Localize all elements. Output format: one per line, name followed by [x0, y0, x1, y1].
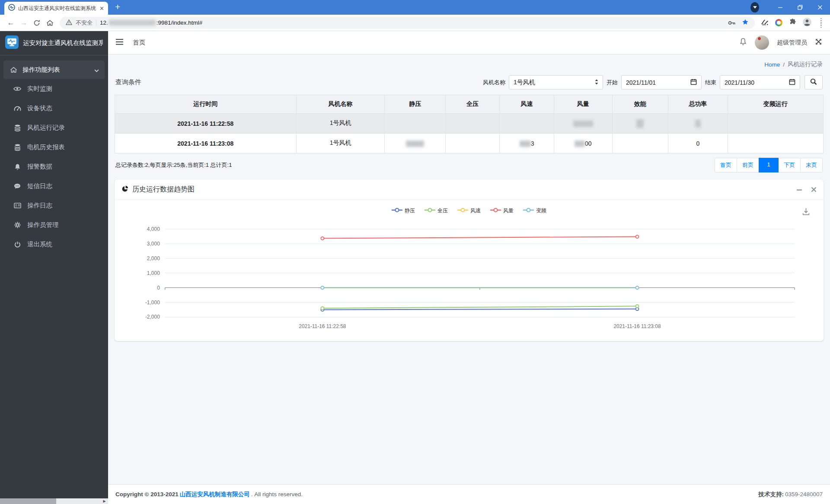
search-button[interactable]	[804, 75, 823, 89]
forward-button[interactable]: →	[17, 16, 30, 29]
browser-profile-chevron[interactable]	[750, 0, 770, 15]
table-cell: 2021-11-16 11:23:08	[115, 134, 297, 153]
page-button-前页[interactable]: 前页	[737, 158, 759, 172]
redacted-value	[573, 121, 593, 127]
start-date-label: 开始	[607, 79, 618, 86]
pagination: 首页前页1下页末页	[715, 158, 823, 172]
company-link[interactable]: 山西运安风机制造有限公司	[180, 491, 250, 498]
browser-profile-avatar-icon[interactable]	[803, 18, 811, 28]
panel-close-icon[interactable]	[811, 187, 817, 192]
sidebar-item-alarm-data[interactable]: 报警数据	[3, 157, 105, 176]
scrollbar-thumb[interactable]	[0, 498, 56, 504]
window-restore-button[interactable]	[790, 0, 810, 15]
table-row[interactable]: 2021-11-16 11:23:081号风机3000	[115, 134, 824, 153]
sidebar: 运安对旋主通风机在线监测系统 操作功能列表 实时监测设备状态风机运行记录电机历史…	[0, 31, 108, 504]
sidebar-item-device-status[interactable]: 设备状态	[3, 99, 105, 118]
fan-select[interactable]: 1号风机	[509, 75, 603, 89]
column-header: 静压	[385, 95, 446, 114]
password-key-icon[interactable]	[728, 19, 736, 27]
sidebar-item-label: 风机运行记录	[27, 124, 65, 132]
legend-marker-icon	[457, 207, 468, 214]
notifications-bell-icon[interactable]	[739, 38, 747, 48]
bookmark-star-icon[interactable]	[742, 19, 749, 27]
column-header: 运行时间	[115, 95, 297, 114]
browser-home-button[interactable]	[43, 16, 56, 29]
sidebar-item-fan-run-record[interactable]: 风机运行记录	[3, 118, 105, 137]
tab-close-icon[interactable]: ✕	[99, 6, 104, 11]
breadcrumb-home-link[interactable]: Home	[764, 61, 780, 68]
reload-button[interactable]	[30, 16, 43, 29]
table-cell	[385, 114, 446, 134]
start-date-input[interactable]: 2021/11/01	[621, 75, 702, 89]
sidebar-item-realtime[interactable]: 实时监测	[3, 79, 105, 99]
user-avatar[interactable]	[755, 35, 769, 50]
gauge-icon	[13, 105, 22, 111]
page-button-末页[interactable]: 末页	[800, 158, 823, 172]
security-label: 不安全	[76, 19, 93, 27]
table-row[interactable]: 2021-11-16 11:22:581号风机	[115, 114, 824, 134]
table-cell	[446, 114, 500, 134]
panel-minimize-icon[interactable]	[796, 187, 802, 193]
table-cell: 1号风机	[296, 114, 385, 134]
legend-item-全压[interactable]: 全压	[425, 207, 448, 214]
colorwheel-extension-icon[interactable]	[775, 19, 782, 26]
nav-link-home[interactable]: 首页	[133, 38, 145, 47]
new-tab-button[interactable]: +	[115, 2, 120, 12]
column-header: 风速	[499, 95, 554, 114]
fullscreen-expand-icon[interactable]	[815, 38, 822, 47]
trend-line-chart[interactable]: 4,0003,0002,0001,0000-1,000-2,0002021-11…	[124, 220, 814, 335]
sidebar-item-operator-manage[interactable]: 操作员管理	[3, 215, 105, 235]
sidebar-item-logout[interactable]: 退出系统	[3, 235, 105, 254]
address-bar[interactable]: 不安全 12. :9981/index.html#	[60, 17, 755, 29]
scrollbar-right-arrow[interactable]: ▶	[101, 498, 108, 504]
calendar-icon[interactable]	[690, 79, 697, 86]
sidebar-item-sms-log[interactable]: 短信日志	[3, 176, 105, 196]
svg-text:en: en	[763, 22, 766, 26]
legend-marker-icon	[392, 207, 402, 214]
security-warning-icon	[66, 19, 72, 27]
back-button[interactable]: ←	[4, 16, 17, 29]
svg-text:0: 0	[157, 285, 160, 291]
legend-item-风量[interactable]: 风量	[490, 207, 514, 214]
breadcrumb: Home / 风机运行记录	[115, 59, 824, 73]
browser-menu-icon[interactable]: ⋮⋮⋮	[818, 19, 820, 26]
browser-tab[interactable]: 山西运安主通风实时在线监测系统 ✕	[4, 2, 108, 15]
user-name[interactable]: 超级管理员	[777, 39, 807, 47]
page-button-下页[interactable]: 下页	[778, 158, 801, 172]
sidebar-section-operations[interactable]: 操作功能列表	[3, 61, 105, 79]
sidebar-item-operation-log[interactable]: 操作日志	[3, 196, 105, 215]
end-date-input[interactable]: 2021/11/30	[720, 75, 800, 89]
power-icon	[13, 241, 22, 248]
window-controls	[750, 0, 830, 15]
search-icon	[810, 78, 817, 87]
column-header: 全压	[446, 95, 500, 114]
legend-item-变频[interactable]: 变频	[523, 207, 546, 214]
legend-item-静压[interactable]: 静压	[392, 207, 415, 214]
table-cell	[446, 134, 500, 153]
table-cell	[554, 114, 612, 134]
sidebar-item-motor-history[interactable]: 电机历史报表	[3, 137, 105, 157]
extensions-puzzle-icon[interactable]	[789, 18, 796, 27]
window-minimize-button[interactable]	[770, 0, 790, 15]
translate-extension-icon[interactable]: en	[761, 19, 769, 27]
support-text: 技术支持:0359-2480007	[758, 491, 823, 498]
record-summary: 总记录条数:2,每页显示:25条,当前页:1 总计页:1	[115, 161, 232, 169]
calendar-icon[interactable]	[789, 79, 795, 86]
hamburger-menu-icon[interactable]	[116, 39, 123, 47]
table-cell	[385, 134, 446, 153]
page-button-current[interactable]: 1	[759, 158, 779, 172]
top-navbar: 首页 超级管理员	[108, 31, 830, 54]
table-cell: 2021-11-16 11:22:58	[115, 114, 297, 134]
screen: 山西运安主通风实时在线监测系统 ✕ + ← → 不安全 12. :9981/in…	[0, 0, 830, 504]
legend-item-风速[interactable]: 风速	[457, 207, 481, 214]
gear-icon	[13, 222, 22, 228]
database-icon	[13, 144, 22, 151]
chart-body: 静压全压风速风量变频 4,0003,0002,0001,0000-1,000-2…	[115, 200, 824, 341]
page-button-首页[interactable]: 首页	[715, 158, 737, 172]
tab-title: 山西运安主通风实时在线监测系统	[18, 5, 96, 12]
address-divider	[96, 19, 96, 26]
column-header: 总功率	[668, 95, 728, 114]
brand[interactable]: 运安对旋主通风机在线监测系统	[0, 31, 108, 55]
download-image-icon[interactable]	[801, 207, 811, 218]
window-close-button[interactable]	[810, 0, 830, 15]
